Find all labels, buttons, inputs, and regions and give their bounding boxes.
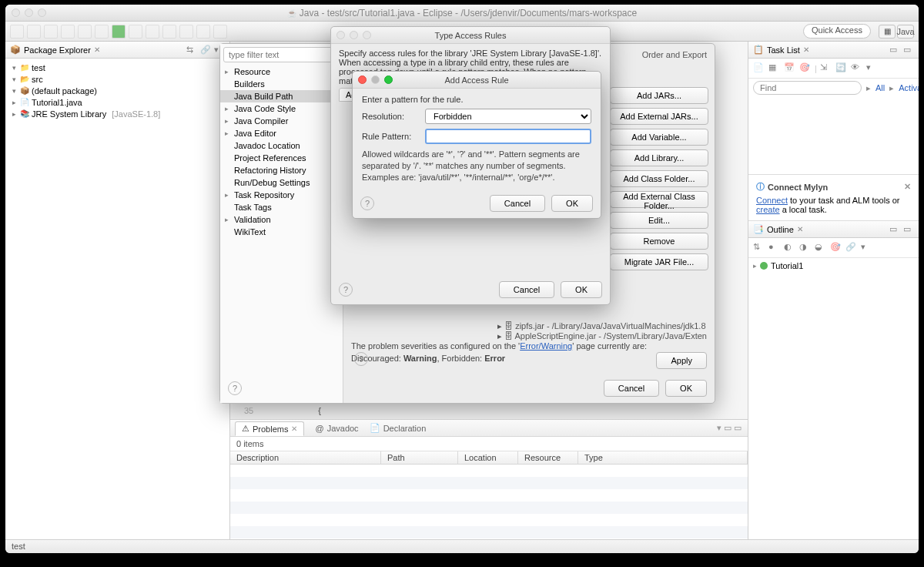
help-icon[interactable]: ? <box>339 283 353 297</box>
property-category[interactable]: Refactoring History <box>220 164 343 176</box>
add-variable-button[interactable]: Add Variable... <box>610 129 708 146</box>
jar-entry[interactable]: zipfs.jar - /Library/Java/JavaVirtualMac… <box>497 321 707 331</box>
close-icon[interactable]: ✕ <box>291 424 297 433</box>
col-location[interactable]: Location <box>458 451 518 464</box>
link-editor-icon[interactable]: 🔗 <box>200 45 211 55</box>
view-menu-icon[interactable]: ▾ <box>866 62 879 75</box>
hide-local-icon[interactable]: ◒ <box>815 242 827 254</box>
new-task-icon[interactable]: 📄 <box>753 62 765 75</box>
jar-entry[interactable]: AppleScriptEngine.jar - /System/Library/… <box>497 331 707 341</box>
close-icon[interactable]: ✕ <box>904 182 911 192</box>
outline-tab[interactable]: 📑 Outline ✕ ▭ ▭ <box>748 221 919 238</box>
property-category[interactable]: Validation <box>220 213 343 226</box>
toolbar-button[interactable] <box>129 25 142 39</box>
ok-button[interactable]: OK <box>665 380 707 397</box>
zoom-icon[interactable] <box>38 8 46 17</box>
ok-button[interactable]: OK <box>561 281 602 298</box>
cancel-button[interactable]: Cancel <box>490 195 545 212</box>
tab-problems[interactable]: ⚠Problems✕ <box>235 421 304 436</box>
add-external-jars-button[interactable]: Add External JARs... <box>610 108 708 125</box>
toolbar-button[interactable] <box>10 25 24 39</box>
error-warning-link[interactable]: Error/Warning <box>520 341 572 351</box>
task-list-tab[interactable]: 📋 Task List ✕ ▭ ▭ <box>748 42 919 59</box>
view-menu-icon[interactable]: ▾ ▭ ▭ <box>717 423 748 433</box>
sort-icon[interactable]: ⇅ <box>753 242 765 254</box>
hide-icon[interactable]: 👁 <box>851 62 863 75</box>
property-category[interactable]: Java Editor <box>220 127 343 139</box>
property-category[interactable]: Java Compiler <box>220 115 343 127</box>
tree-project[interactable]: ▾📁test <box>5 62 229 73</box>
toolbar-button[interactable] <box>179 25 193 39</box>
hide-nonpublic-icon[interactable]: ◑ <box>799 242 812 254</box>
toolbar-button[interactable] <box>146 25 159 39</box>
toolbar-button[interactable] <box>27 25 41 39</box>
property-category[interactable]: WikiText <box>220 226 343 238</box>
property-category[interactable]: Run/Debug Settings <box>220 176 343 189</box>
property-category[interactable]: Task Repository <box>220 189 343 201</box>
resolution-select[interactable]: Forbidden <box>425 109 591 124</box>
schedule-icon[interactable]: 📅 <box>784 62 796 75</box>
activate-link[interactable]: Activate... <box>899 83 919 92</box>
help-icon[interactable]: ? <box>360 196 374 210</box>
run-icon[interactable] <box>112 25 126 39</box>
maximize-icon[interactable]: ▭ <box>903 224 914 235</box>
property-category[interactable]: Builders <box>220 78 343 90</box>
outline-item[interactable]: ▸Tutorial1 <box>753 261 914 270</box>
sync-icon[interactable]: 🔄 <box>835 62 848 75</box>
collapse-all-icon[interactable]: ⇆ <box>186 45 197 55</box>
rule-pattern-input[interactable] <box>425 129 591 144</box>
toolbar-button[interactable] <box>213 25 227 39</box>
close-icon[interactable]: ✕ <box>94 45 100 54</box>
col-path[interactable]: Path <box>381 451 458 464</box>
hide-fields-icon[interactable]: ● <box>768 242 781 254</box>
ok-button[interactable]: OK <box>551 195 593 212</box>
help-icon[interactable]: ? <box>228 381 242 395</box>
col-type[interactable]: Type <box>578 451 748 464</box>
property-category[interactable]: Javadoc Location <box>220 139 343 152</box>
tree-jre[interactable]: ▸📚JRE System Library [JavaSE-1.8] <box>5 108 229 119</box>
add-library-button[interactable]: Add Library... <box>610 149 708 166</box>
minimize-icon[interactable]: ▭ <box>889 45 900 55</box>
property-category[interactable]: Resource <box>220 65 343 78</box>
col-description[interactable]: Description <box>230 451 381 464</box>
filter-input[interactable] <box>223 47 340 62</box>
collapse-icon[interactable]: ⇲ <box>820 62 832 75</box>
minimize-icon[interactable]: ▭ <box>889 224 900 235</box>
tree-package[interactable]: ▾📦(default package) <box>5 85 229 96</box>
col-resource[interactable]: Resource <box>518 451 578 464</box>
add-class-folder-button[interactable]: Add Class Folder... <box>610 170 708 187</box>
tab-declaration[interactable]: 📄Declaration <box>370 423 427 433</box>
connect-link[interactable]: Connect <box>756 196 788 205</box>
link-icon[interactable]: 🔗 <box>845 242 858 254</box>
perspective-java[interactable]: Java <box>897 25 914 39</box>
maximize-icon[interactable]: ▭ <box>903 45 914 55</box>
package-explorer-tab[interactable]: 📦 Package Explorer ✕ ⇆ 🔗 ▾ <box>5 42 229 59</box>
tree-file[interactable]: ▸📄Tutorial1.java <box>5 96 229 108</box>
focus-icon[interactable]: 🎯 <box>799 62 812 75</box>
find-input[interactable] <box>753 81 862 95</box>
toolbar-button[interactable] <box>162 25 176 39</box>
cancel-button[interactable]: Cancel <box>604 380 659 397</box>
remove-button[interactable]: Remove <box>610 233 708 250</box>
close-icon[interactable] <box>12 8 20 17</box>
property-category[interactable]: Project References <box>220 152 343 164</box>
property-category[interactable]: Java Build Path <box>220 90 343 102</box>
help-icon[interactable]: ? <box>354 352 368 366</box>
toolbar-button[interactable] <box>196 25 210 39</box>
cancel-button[interactable]: Cancel <box>499 281 554 298</box>
toolbar-button[interactable] <box>44 25 58 39</box>
view-menu-icon[interactable]: ▾ <box>861 242 873 254</box>
minimize-icon[interactable] <box>25 8 33 17</box>
edit-button[interactable]: Edit... <box>610 212 708 229</box>
add-jars-button[interactable]: Add JARs... <box>610 87 708 104</box>
migrate-jar-file-button[interactable]: Migrate JAR File... <box>610 253 708 270</box>
open-perspective-icon[interactable]: ▦ <box>879 25 896 39</box>
property-category[interactable]: Java Code Style <box>220 102 343 115</box>
close-icon[interactable]: ✕ <box>797 225 803 233</box>
apply-button[interactable]: Apply <box>656 352 707 369</box>
tree-src[interactable]: ▾📂src <box>5 73 229 85</box>
quick-access-input[interactable]: Quick Access <box>803 24 871 39</box>
toolbar-button[interactable] <box>95 25 109 39</box>
window-controls[interactable] <box>12 8 46 17</box>
focus-icon[interactable]: 🎯 <box>830 242 842 254</box>
